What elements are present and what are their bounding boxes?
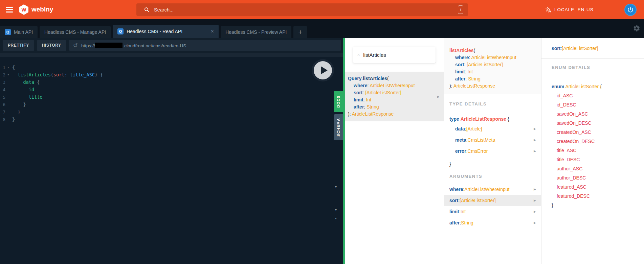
user-avatar[interactable] bbox=[624, 4, 637, 16]
reload-schema-icon[interactable]: ↺ bbox=[73, 43, 78, 48]
chevron-right-icon: ▶ bbox=[534, 221, 536, 224]
type-details-header: TYPE DETAILS bbox=[449, 101, 541, 106]
signature-arg: where: ArticleListWhereInput bbox=[348, 82, 436, 89]
signature-arg: limit: Int bbox=[348, 96, 436, 103]
tab-headless-cms-read-api[interactable]: QHeadless CMS - Read API× bbox=[113, 25, 219, 38]
enum-close-brace: } bbox=[552, 201, 644, 210]
history-button[interactable]: HISTORY bbox=[37, 40, 66, 51]
row-field-name: data bbox=[455, 126, 465, 131]
prettify-button[interactable]: PRETTIFY bbox=[3, 40, 34, 51]
close-tab-icon[interactable]: × bbox=[207, 28, 214, 34]
arg-name: where bbox=[455, 55, 469, 60]
field-name: listArticles bbox=[449, 48, 474, 53]
arg-name: where bbox=[354, 83, 367, 88]
enum-value: title_DESC bbox=[552, 155, 644, 164]
doc-search-input[interactable]: ✕ listArticles bbox=[353, 47, 436, 63]
return-type: ArticleListResponse bbox=[453, 83, 495, 89]
enum-name: ArticleListSorter bbox=[565, 84, 599, 89]
row-field-name: limit bbox=[449, 209, 459, 214]
query-type-badge: Q bbox=[5, 29, 11, 35]
enum-value: author_ASC bbox=[552, 164, 644, 173]
field-name: listArticles bbox=[363, 76, 387, 81]
signature-arg: limit: Int bbox=[449, 68, 538, 75]
schema-tab[interactable]: SCHEMA bbox=[334, 114, 343, 140]
doc-type-field-row[interactable]: meta: CmsListMeta▶ bbox=[444, 134, 541, 145]
doc-search-result[interactable]: ▶ Query.listArticles(where: ArticleListW… bbox=[345, 72, 444, 121]
query-type-badge: Q bbox=[117, 28, 124, 34]
scroll-indicator-icon: ▾ bbox=[335, 217, 337, 220]
enum-value: title_ASC bbox=[552, 146, 644, 155]
chevron-right-icon: ▶ bbox=[534, 127, 536, 130]
doc-column-enum: sort: [ArticleListSorter] ENUM DETAILS e… bbox=[541, 38, 644, 264]
doc-argument-row[interactable]: sort: [ArticleListSorter]▶ bbox=[444, 195, 541, 206]
doc-type-field-row[interactable]: data: [Article]▶ bbox=[444, 123, 541, 134]
api-tabbar: QMain APIHeadless CMS - Manage APIQHeadl… bbox=[0, 19, 644, 38]
arg-name: after bbox=[354, 104, 364, 110]
enum-value: featured_DESC bbox=[552, 192, 644, 201]
arg-type: Int bbox=[366, 97, 372, 102]
endpoint-url-bar[interactable]: ↺ https://.cloudfront.net/cms/read/en-US bbox=[69, 40, 341, 51]
signature-head: Query.listArticles( bbox=[348, 75, 436, 82]
line-number: 2 bbox=[0, 72, 5, 77]
query-code: 1▾{2▾ listArticles(sort: title_ASC) {3 d… bbox=[0, 64, 103, 123]
docs-resize-divider[interactable]: DOCS SCHEMA bbox=[343, 38, 345, 264]
code-text: } bbox=[12, 109, 20, 115]
field-signature: listArticles(where: ArticleListWhereInpu… bbox=[444, 38, 541, 94]
menu-icon[interactable] bbox=[6, 7, 13, 14]
line-number: 1 bbox=[0, 65, 5, 70]
row-field-type: Int bbox=[461, 209, 466, 214]
signature-return: ): ArticleListResponse bbox=[348, 111, 436, 118]
clear-search-icon[interactable]: ✕ bbox=[357, 53, 360, 57]
doc-argument-row[interactable]: limit: Int▶ bbox=[444, 206, 541, 217]
line-number: 3 bbox=[0, 80, 5, 85]
line-number: 8 bbox=[0, 117, 5, 122]
doc-column-search: ✕ listArticles ▶ Query.listArticles(wher… bbox=[345, 38, 444, 264]
doc-argument-row[interactable]: where: ArticleListWhereInput▶ bbox=[444, 184, 541, 195]
chevron-right-icon: ▶ bbox=[534, 188, 536, 191]
enum-value: featured_ASC bbox=[552, 183, 644, 192]
graphql-workspace: PRETTIFY HISTORY ↺ https://.cloudfront.n… bbox=[0, 38, 343, 264]
search-placeholder: Search... bbox=[154, 7, 458, 13]
add-tab-button[interactable]: + bbox=[293, 26, 307, 38]
global-search-input[interactable]: Search... / bbox=[136, 3, 468, 16]
arg-name: sort bbox=[354, 90, 362, 95]
settings-gear-icon[interactable] bbox=[633, 25, 640, 32]
doc-argument-row[interactable]: after: String▶ bbox=[444, 217, 541, 228]
arguments-header: ARGUMENTS bbox=[449, 174, 541, 179]
type-name: ArticleListResponse bbox=[461, 116, 506, 122]
tab-label: Headless CMS - Preview API bbox=[225, 29, 287, 35]
tab-headless-cms-preview-api[interactable]: Headless CMS - Preview API bbox=[221, 26, 291, 38]
type-keyword: type bbox=[449, 116, 459, 122]
arg-name: limit bbox=[455, 69, 465, 74]
tab-label: Headless CMS - Manage API bbox=[44, 29, 106, 35]
arg-type: ArticleListWhereInput bbox=[471, 55, 516, 60]
selected-arg-type: [ArticleListSorter] bbox=[562, 46, 598, 51]
search-shortcut-badge: / bbox=[458, 5, 463, 14]
query-editor[interactable]: 1▾{2▾ listArticles(sort: title_ASC) {3 d… bbox=[0, 53, 343, 264]
locale-label: LOCALE: EN-US bbox=[554, 7, 594, 12]
execute-button[interactable] bbox=[312, 59, 334, 81]
arg-type: [ArticleListSorter] bbox=[467, 62, 503, 67]
argument-list: where: ArticleListWhereInput▶sort: [Arti… bbox=[444, 184, 541, 228]
doc-search-area: ✕ listArticles bbox=[345, 38, 444, 72]
signature-arg: where: ArticleListWhereInput bbox=[449, 54, 538, 61]
app-header: W webiny Search... / LOCALE: EN-US bbox=[0, 0, 644, 19]
line-number: 4 bbox=[0, 87, 5, 92]
enum-value: savedOn_ASC bbox=[552, 110, 644, 119]
tab-main-api[interactable]: QMain API bbox=[0, 26, 38, 38]
chevron-right-icon: ▶ bbox=[534, 210, 536, 213]
api-tabs: QMain APIHeadless CMS - Manage APIQHeadl… bbox=[0, 25, 293, 38]
doc-search-value: listArticles bbox=[363, 52, 386, 58]
tab-headless-cms-manage-api[interactable]: Headless CMS - Manage API bbox=[40, 26, 111, 38]
row-field-type: String bbox=[461, 220, 473, 225]
translate-icon bbox=[545, 7, 551, 13]
docs-tab[interactable]: DOCS bbox=[334, 91, 343, 112]
type-definition: type ArticleListResponse { bbox=[449, 116, 541, 122]
row-field-type: CmsListMeta bbox=[468, 137, 495, 143]
return-type: ArticleListResponse bbox=[352, 111, 394, 117]
doc-type-field-row[interactable]: error: CmsError▶ bbox=[444, 145, 541, 157]
type-field-list: data: [Article]▶meta: CmsListMeta▶error:… bbox=[444, 123, 541, 157]
chevron-right-icon: ▶ bbox=[534, 138, 536, 142]
locale-selector[interactable]: LOCALE: EN-US bbox=[545, 0, 594, 19]
enum-declaration: enum ArticleListSorter { bbox=[552, 82, 644, 91]
